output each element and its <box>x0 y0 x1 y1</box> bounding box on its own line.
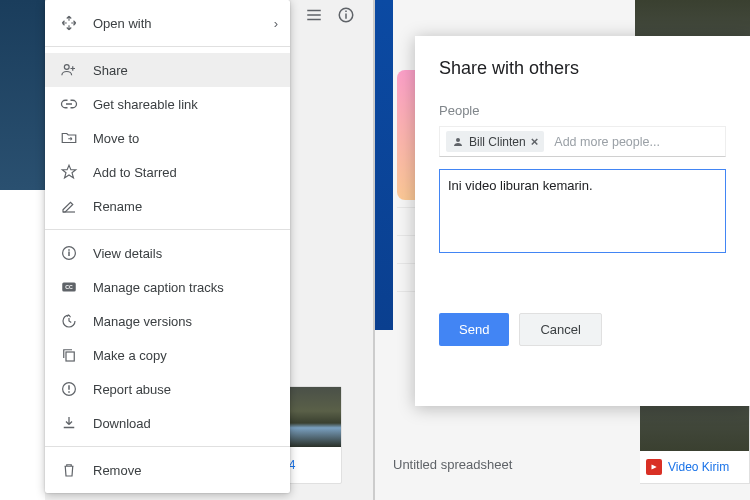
svg-point-13 <box>456 138 460 142</box>
toolbar-icons <box>305 6 355 24</box>
trash-icon <box>59 460 79 480</box>
person-icon <box>452 136 464 148</box>
menu-manage-versions[interactable]: Manage versions <box>45 304 290 338</box>
menu-label: View details <box>93 246 162 261</box>
left-panel: Open with › Share Get shareable link Mov… <box>0 0 375 500</box>
info-icon[interactable] <box>337 6 355 24</box>
star-icon <box>59 162 79 182</box>
open-with-icon <box>59 13 79 33</box>
link-icon <box>59 94 79 114</box>
history-icon <box>59 311 79 331</box>
svg-rect-5 <box>68 252 70 257</box>
share-person-icon <box>59 60 79 80</box>
cancel-button[interactable]: Cancel <box>519 313 601 346</box>
menu-label: Manage caption tracks <box>93 280 224 295</box>
add-people-placeholder: Add more people... <box>554 135 660 149</box>
svg-rect-11 <box>68 385 70 390</box>
left-background-white <box>0 190 45 500</box>
menu-label: Manage versions <box>93 314 192 329</box>
left-background-thumb <box>0 0 45 190</box>
svg-rect-12 <box>68 391 70 393</box>
copy-icon <box>59 345 79 365</box>
menu-remove[interactable]: Remove <box>45 453 290 487</box>
menu-view-details[interactable]: View details <box>45 236 290 270</box>
download-icon <box>59 413 79 433</box>
menu-label: Get shareable link <box>93 97 198 112</box>
modal-buttons: Send Cancel <box>439 313 726 346</box>
right-file-bar: Video Kirim <box>640 451 749 483</box>
message-textarea[interactable] <box>439 169 726 253</box>
menu-divider <box>45 46 290 47</box>
menu-label: Move to <box>93 131 139 146</box>
video-file-icon <box>646 459 662 475</box>
right-file-name: Video Kirim <box>668 460 729 474</box>
phone-screenshot-strip <box>375 0 393 330</box>
info-circle-icon <box>59 243 79 263</box>
menu-download[interactable]: Download <box>45 406 290 440</box>
menu-divider <box>45 446 290 447</box>
warning-icon <box>59 379 79 399</box>
menu-label: Download <box>93 416 151 431</box>
svg-point-3 <box>64 65 69 70</box>
menu-label: Rename <box>93 199 142 214</box>
menu-add-star[interactable]: Add to Starred <box>45 155 290 189</box>
move-folder-icon <box>59 128 79 148</box>
svg-text:CC: CC <box>65 284 73 290</box>
menu-label: Open with <box>93 16 152 31</box>
menu-report-abuse[interactable]: Report abuse <box>45 372 290 406</box>
chip-remove-icon[interactable]: × <box>531 134 539 149</box>
context-menu: Open with › Share Get shareable link Mov… <box>45 0 290 493</box>
menu-move-to[interactable]: Move to <box>45 121 290 155</box>
menu-label: Make a copy <box>93 348 167 363</box>
chevron-right-icon: › <box>274 16 278 31</box>
menu-make-copy[interactable]: Make a copy <box>45 338 290 372</box>
send-button[interactable]: Send <box>439 313 509 346</box>
share-modal: Share with others People Bill Clinten × … <box>415 36 750 406</box>
spreadsheet-label[interactable]: Untitled spreadsheet <box>393 457 512 472</box>
cc-icon: CC <box>59 277 79 297</box>
menu-label: Share <box>93 63 128 78</box>
menu-open-with[interactable]: Open with › <box>45 6 290 40</box>
menu-label: Report abuse <box>93 382 171 397</box>
menu-get-link[interactable]: Get shareable link <box>45 87 290 121</box>
pencil-icon <box>59 196 79 216</box>
person-chip[interactable]: Bill Clinten × <box>446 131 544 152</box>
people-label: People <box>439 103 726 118</box>
menu-share[interactable]: Share <box>45 53 290 87</box>
people-input[interactable]: Bill Clinten × Add more people... <box>439 126 726 157</box>
svg-rect-6 <box>68 249 70 251</box>
svg-rect-1 <box>345 14 347 19</box>
chip-name: Bill Clinten <box>469 135 526 149</box>
menu-divider <box>45 229 290 230</box>
menu-label: Remove <box>93 463 141 478</box>
menu-label: Add to Starred <box>93 165 177 180</box>
right-panel: MG- Untitled spreadsheet Video Kirim Sha… <box>375 0 750 500</box>
svg-rect-9 <box>66 352 74 361</box>
menu-rename[interactable]: Rename <box>45 189 290 223</box>
svg-rect-2 <box>345 11 347 13</box>
share-title: Share with others <box>439 58 726 79</box>
list-view-icon[interactable] <box>305 6 323 24</box>
menu-caption-tracks[interactable]: CC Manage caption tracks <box>45 270 290 304</box>
